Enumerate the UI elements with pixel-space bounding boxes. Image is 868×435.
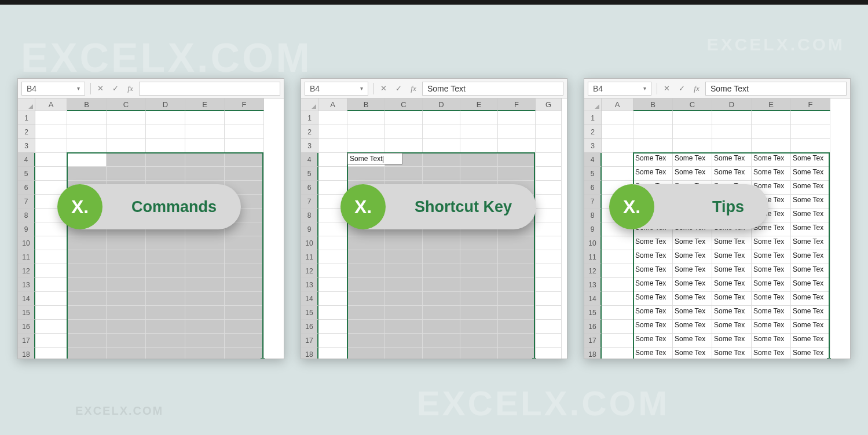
cell[interactable] — [423, 320, 460, 334]
cell[interactable] — [633, 139, 673, 153]
cell[interactable] — [536, 167, 562, 181]
cell[interactable] — [67, 153, 107, 167]
cell[interactable] — [67, 236, 107, 250]
fx-icon[interactable]: fx — [689, 84, 704, 93]
row-header[interactable]: 18 — [584, 348, 602, 359]
row-header[interactable]: 17 — [301, 334, 318, 348]
cell[interactable] — [602, 167, 633, 181]
cell[interactable] — [385, 292, 423, 306]
cell[interactable] — [460, 264, 498, 278]
cell[interactable] — [536, 181, 562, 195]
select-all-corner[interactable] — [584, 98, 602, 111]
row-header[interactable]: 11 — [18, 250, 35, 264]
cell[interactable] — [318, 320, 347, 334]
column-header[interactable]: A — [602, 98, 633, 111]
row-header[interactable]: 3 — [584, 139, 602, 153]
cell[interactable] — [536, 236, 562, 250]
row-header[interactable]: 9 — [301, 222, 318, 236]
cell[interactable] — [35, 236, 67, 250]
cell[interactable] — [35, 334, 67, 348]
row-header[interactable]: 5 — [584, 167, 602, 181]
cell[interactable] — [712, 111, 752, 125]
cell[interactable]: Some Tex — [791, 236, 830, 250]
cell[interactable]: Some Tex — [752, 153, 791, 167]
cell[interactable] — [460, 139, 498, 153]
row-header[interactable]: 10 — [301, 236, 318, 250]
cell[interactable]: Some Tex — [752, 306, 791, 320]
cell[interactable] — [536, 111, 562, 125]
cell[interactable] — [536, 320, 562, 334]
select-all-corner[interactable] — [18, 98, 35, 111]
cell[interactable] — [385, 167, 423, 181]
cell[interactable]: Some Tex — [752, 167, 791, 181]
cell[interactable] — [791, 111, 830, 125]
row-header[interactable]: 1 — [301, 111, 318, 125]
cell[interactable]: Some Tex — [712, 250, 752, 264]
cell[interactable]: Some Tex — [673, 334, 712, 348]
row-header[interactable]: 13 — [584, 278, 602, 292]
cell[interactable] — [225, 139, 264, 153]
cell[interactable]: Some Tex — [633, 306, 673, 320]
column-header[interactable]: C — [673, 98, 712, 111]
cell[interactable] — [602, 153, 633, 167]
cell[interactable] — [146, 320, 185, 334]
cell[interactable]: Some Tex — [633, 167, 673, 181]
cell[interactable] — [107, 153, 146, 167]
row-header[interactable]: 18 — [301, 348, 318, 359]
cell[interactable] — [225, 153, 264, 167]
cell[interactable] — [347, 348, 385, 359]
cell[interactable] — [536, 195, 562, 209]
column-header[interactable]: B — [67, 98, 107, 111]
cell[interactable] — [712, 139, 752, 153]
cell[interactable] — [146, 306, 185, 320]
cell[interactable] — [146, 167, 185, 181]
row-header[interactable]: 11 — [301, 250, 318, 264]
cell[interactable] — [423, 292, 460, 306]
cell[interactable] — [67, 264, 107, 278]
column-header[interactable]: E — [185, 98, 225, 111]
cell[interactable] — [146, 236, 185, 250]
cell[interactable]: Some Tex — [673, 167, 712, 181]
row-header[interactable]: 15 — [301, 306, 318, 320]
cell[interactable] — [602, 278, 633, 292]
cell[interactable] — [498, 278, 536, 292]
cell[interactable] — [385, 320, 423, 334]
cell[interactable] — [35, 348, 67, 359]
cell[interactable] — [423, 278, 460, 292]
cell[interactable]: Some Tex — [791, 250, 830, 264]
column-header[interactable]: C — [385, 98, 423, 111]
cell[interactable] — [67, 334, 107, 348]
enter-icon[interactable]: ✓ — [391, 84, 406, 93]
cell[interactable] — [318, 334, 347, 348]
cell[interactable]: Some Tex — [633, 348, 673, 359]
cell[interactable] — [602, 236, 633, 250]
cell[interactable] — [460, 236, 498, 250]
cell[interactable] — [423, 348, 460, 359]
formula-input[interactable]: Some Text — [705, 82, 847, 96]
cell[interactable] — [347, 250, 385, 264]
cell[interactable]: Some Tex — [712, 167, 752, 181]
cell[interactable] — [318, 167, 347, 181]
select-all-corner[interactable] — [301, 98, 318, 111]
cell[interactable]: Some Tex — [673, 320, 712, 334]
cell[interactable] — [318, 306, 347, 320]
cell[interactable] — [225, 320, 264, 334]
cell[interactable] — [673, 139, 712, 153]
row-header[interactable]: 4 — [301, 153, 318, 167]
row-header[interactable]: 11 — [584, 250, 602, 264]
cell[interactable] — [107, 292, 146, 306]
cell[interactable] — [347, 306, 385, 320]
cell[interactable] — [35, 306, 67, 320]
cell[interactable]: Some Tex — [791, 195, 830, 209]
cell[interactable] — [35, 139, 67, 153]
cell[interactable]: Some Tex — [633, 153, 673, 167]
cell[interactable] — [107, 334, 146, 348]
row-header[interactable]: 6 — [301, 181, 318, 195]
cell[interactable] — [35, 111, 67, 125]
row-header[interactable]: 2 — [301, 125, 318, 139]
column-header[interactable]: E — [460, 98, 498, 111]
row-header[interactable]: 15 — [584, 306, 602, 320]
fx-icon[interactable]: fx — [406, 84, 421, 93]
cell[interactable]: Some Tex — [673, 292, 712, 306]
cell[interactable] — [536, 348, 562, 359]
